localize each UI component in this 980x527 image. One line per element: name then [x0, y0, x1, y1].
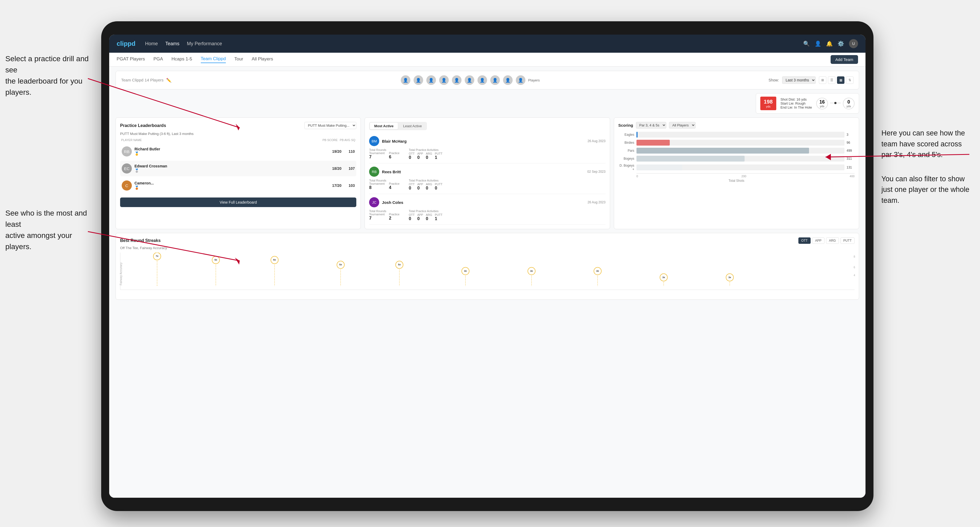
svg-line-30 — [88, 78, 240, 128]
annotation-bottom-left: See who is the most and leastactive amon… — [5, 208, 93, 252]
annotation-right-top: Here you can see how theteam have scored… — [881, 128, 969, 160]
right-annotations: Here you can see how theteam have scored… — [881, 128, 969, 206]
annotation-right-bottom: You can also filter to showjust one play… — [881, 173, 969, 206]
svg-marker-31 — [236, 124, 240, 130]
arrow-top-left — [0, 0, 980, 527]
